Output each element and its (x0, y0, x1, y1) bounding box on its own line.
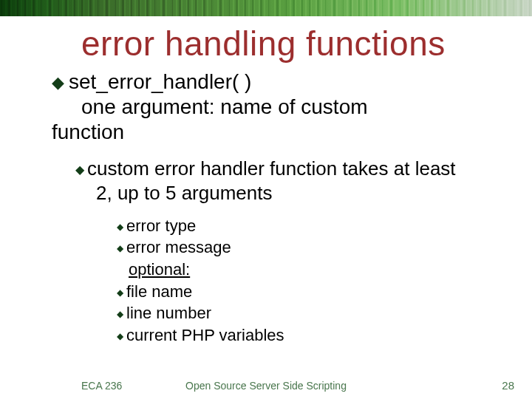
bullet-icon: ◆ (117, 287, 123, 299)
arg-b: error message (126, 238, 231, 256)
footer-center: Open Source Server Side Scripting (0, 380, 532, 392)
footer-slide-number: 28 (502, 379, 514, 392)
slide-body: ◆set_error_handler( ) one argument: name… (52, 69, 532, 347)
bullet-icon: ◆ (117, 308, 123, 320)
bullet-icon: ◆ (52, 73, 64, 93)
desc-line2: function (52, 120, 124, 143)
arg-c: file name (126, 282, 192, 301)
slide-title: error handling functions (81, 24, 532, 64)
optional-label: optional: (129, 259, 532, 281)
bullet-icon: ◆ (117, 330, 123, 342)
bullet-icon: ◆ (117, 242, 123, 254)
func-name: set_error_handler( ) (69, 70, 251, 93)
bullet-level3-list-cont: ◆file name ◆line number ◆current PHP var… (117, 281, 532, 347)
bullet-icon: ◆ (75, 163, 84, 177)
bullet-icon: ◆ (117, 221, 123, 233)
bullet-level1: ◆set_error_handler( ) one argument: name… (52, 69, 532, 145)
bullet-level2: ◆custom error handler function takes at … (75, 157, 532, 205)
decorative-top-bar (0, 0, 532, 16)
arg-d: line number (126, 304, 211, 322)
sub-line2: 2, up to 5 arguments (96, 182, 272, 204)
bullet-level3-list: ◆error type ◆error message (117, 215, 532, 259)
slide: error handling functions ◆set_error_hand… (0, 0, 532, 399)
arg-a: error type (126, 216, 196, 235)
sub-line1: custom error handler function takes at l… (87, 157, 456, 180)
arg-e: current PHP variables (126, 326, 284, 344)
slide-footer: ECA 236 Open Source Server Side Scriptin… (0, 375, 532, 392)
desc-line1: one argument: name of custom (81, 95, 368, 118)
